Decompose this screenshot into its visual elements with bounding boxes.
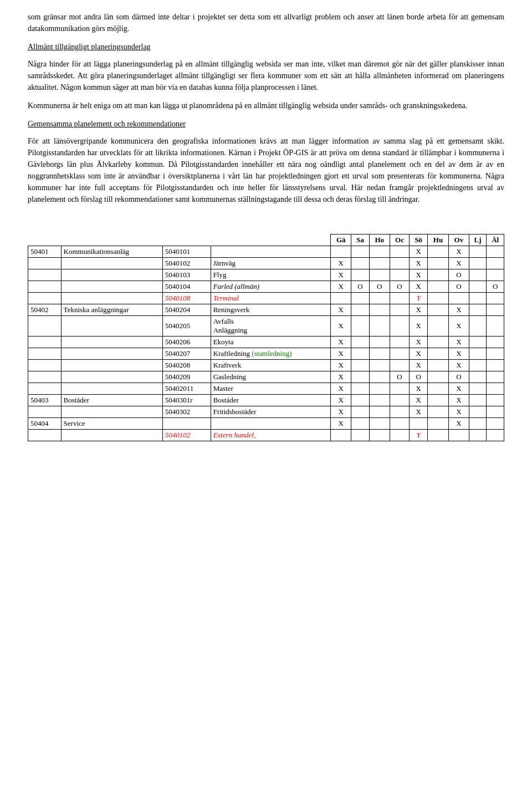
cell-al <box>487 304 504 316</box>
cell-sa <box>351 383 370 395</box>
cell-ov: X <box>448 337 469 348</box>
cell-ho <box>369 360 390 371</box>
cell-ho <box>369 293 390 304</box>
table-row: 5040207Kraftledning (stamledning)XXX <box>28 348 504 360</box>
cell-code <box>28 406 62 418</box>
cell-ho <box>369 430 390 441</box>
cell-category <box>61 258 162 269</box>
th-ov: Ov <box>448 235 469 246</box>
cell-category <box>61 293 162 304</box>
main-content: som gränsar mot andra län som därmed int… <box>28 11 504 441</box>
cell-so: Y <box>410 430 428 441</box>
cell-gae: X <box>331 406 351 418</box>
th-empty-name <box>211 235 331 246</box>
cell-ho <box>369 246 390 258</box>
cell-category <box>61 348 162 360</box>
cell-lj <box>469 360 487 371</box>
cell-oc <box>390 406 410 418</box>
cell-code <box>28 293 62 304</box>
cell-hu <box>428 418 449 430</box>
cell-ov: O <box>448 281 469 293</box>
cell-so: X <box>410 316 428 337</box>
cell-hu <box>428 348 449 360</box>
cell-lj <box>469 293 487 304</box>
cell-category <box>61 337 162 348</box>
cell-gae <box>331 246 351 258</box>
cell-code <box>28 348 62 360</box>
cell-ov: X <box>448 304 469 316</box>
cell-ho <box>369 348 390 360</box>
cell-al <box>487 246 504 258</box>
cell-oc: O <box>390 371 410 383</box>
table-row: 5040103FlygXXO <box>28 269 504 281</box>
cell-gae: X <box>331 281 351 293</box>
cell-gae: X <box>331 348 351 360</box>
cell-lj <box>469 395 487 406</box>
cell-code <box>28 258 62 269</box>
cell-al <box>487 316 504 337</box>
cell-ho: O <box>369 281 390 293</box>
cell-category <box>61 383 162 395</box>
cell-al <box>487 430 504 441</box>
table-row: 5040104Farled (allmän)XOOOXOO <box>28 281 504 293</box>
cell-sa <box>351 316 370 337</box>
cell-name: Ekoyta <box>211 337 331 348</box>
table-row: 5040102Extern handel,Y <box>28 430 504 441</box>
cell-so <box>410 418 428 430</box>
cell-subcode: 5040301r <box>162 395 211 406</box>
cell-lj <box>469 246 487 258</box>
th-so: Sö <box>410 235 428 246</box>
cell-hu <box>428 360 449 371</box>
cell-subcode: 5040101 <box>162 246 211 258</box>
cell-al <box>487 360 504 371</box>
cell-lj <box>469 316 487 337</box>
th-ho: Ho <box>369 235 390 246</box>
th-lj: Lj <box>469 235 487 246</box>
cell-hu <box>428 371 449 383</box>
th-hu: Hu <box>428 235 449 246</box>
cell-hu <box>428 383 449 395</box>
table-row: 5040205AvfallsAnläggningXXX <box>28 316 504 337</box>
cell-hu <box>428 304 449 316</box>
cell-gae <box>331 430 351 441</box>
cell-subcode: 5040102 <box>162 430 211 441</box>
cell-lj <box>469 383 487 395</box>
cell-name: Farled (allmän) <box>211 281 331 293</box>
cell-gae: X <box>331 360 351 371</box>
cell-subcode: 5040205 <box>162 316 211 337</box>
cell-gae: X <box>331 395 351 406</box>
cell-category: Bostäder <box>61 395 162 406</box>
cell-al <box>487 269 504 281</box>
cell-oc <box>390 383 410 395</box>
cell-name: Reningsverk <box>211 304 331 316</box>
cell-so: X <box>410 304 428 316</box>
cell-hu <box>428 293 449 304</box>
cell-oc <box>390 395 410 406</box>
cell-ov: X <box>448 406 469 418</box>
cell-category <box>61 316 162 337</box>
cell-gae: X <box>331 304 351 316</box>
cell-sa <box>351 258 370 269</box>
cell-so: X <box>410 337 428 348</box>
cell-gae: X <box>331 269 351 281</box>
cell-lj <box>469 418 487 430</box>
cell-ov: X <box>448 418 469 430</box>
cell-gae: X <box>331 383 351 395</box>
cell-subcode: 5040104 <box>162 281 211 293</box>
cell-oc <box>390 430 410 441</box>
section-allman: Allmänt tillgängligt planeringsunderlag … <box>28 41 504 93</box>
cell-ov: X <box>448 360 469 371</box>
cell-subcode: 5040208 <box>162 360 211 371</box>
cell-lj <box>469 258 487 269</box>
cell-hu <box>428 337 449 348</box>
cell-gae: X <box>331 316 351 337</box>
cell-name: Järnväg <box>211 258 331 269</box>
cell-ho <box>369 371 390 383</box>
cell-subcode <box>162 418 211 430</box>
table-header-row: Gä Sa Ho Oc Sö Hu Ov Lj Äl <box>28 235 504 246</box>
cell-so: X <box>410 281 428 293</box>
cell-sa <box>351 406 370 418</box>
planelement-table: Gä Sa Ho Oc Sö Hu Ov Lj Äl 50401Kommunik… <box>28 234 504 441</box>
cell-name: Extern handel, <box>211 430 331 441</box>
cell-oc <box>390 246 410 258</box>
